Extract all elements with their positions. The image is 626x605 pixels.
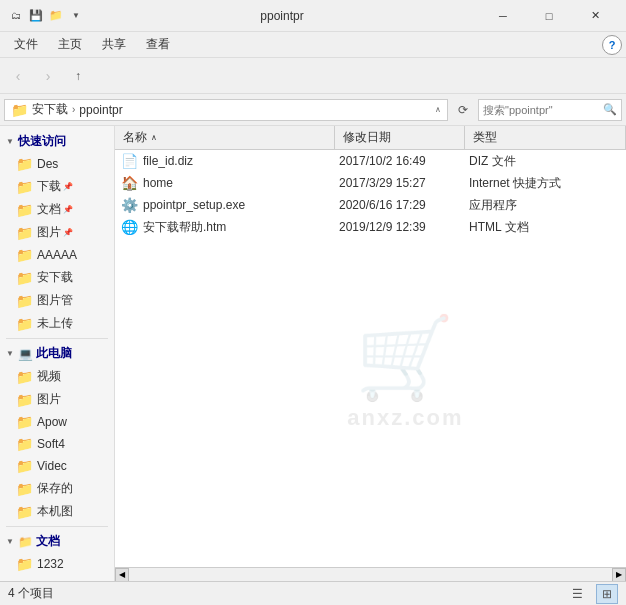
menu-home[interactable]: 主页 — [48, 34, 92, 55]
address-breadcrumb[interactable]: 📁 安下载 › ppointpr ∧ — [4, 99, 448, 121]
scroll-left-btn[interactable]: ◀ — [115, 568, 129, 582]
sidebar-item-anxz[interactable]: 📁 安下载 — [0, 266, 114, 289]
sidebar-item-videc[interactable]: 📁 Videc — [0, 455, 114, 477]
file-name-exe: ppointpr_setup.exe — [143, 198, 339, 212]
file-date-htm: 2019/12/9 12:39 — [339, 220, 469, 234]
folder-icon: 📁 — [16, 202, 33, 218]
sidebar-item-label: Apow — [37, 415, 67, 429]
forward-button[interactable]: › — [34, 62, 62, 90]
folder-icon: 📁 — [16, 293, 33, 309]
file-item-exe[interactable]: ⚙️ ppointpr_setup.exe 2020/6/16 17:29 应用… — [115, 194, 626, 216]
refresh-button[interactable]: ⟳ — [452, 99, 474, 121]
file-date-exe: 2020/6/16 17:29 — [339, 198, 469, 212]
sidebar-item-pictures[interactable]: 📁 图片 📌 — [0, 221, 114, 244]
sidebar-item-picture-mgr[interactable]: 📁 图片管 — [0, 289, 114, 312]
html-file-icon: 🌐 — [119, 217, 139, 237]
maximize-button[interactable]: □ — [526, 0, 572, 32]
docs-label: 文档 — [36, 533, 60, 550]
menu-file[interactable]: 文件 — [4, 34, 48, 55]
sidebar-item-label: 文档 — [37, 201, 61, 218]
close-button[interactable]: ✕ — [572, 0, 618, 32]
sidebar-item-label: 1232 — [37, 557, 64, 571]
sidebar-item-downloads[interactable]: 📁 下载 📌 — [0, 175, 114, 198]
watermark: 🛒 anxz.com — [347, 311, 463, 431]
title-bar-dropdown-icon[interactable]: ▼ — [68, 8, 84, 24]
menu-view[interactable]: 查看 — [136, 34, 180, 55]
this-pc-icon: 💻 — [18, 347, 33, 361]
this-pc-label: 此电脑 — [36, 345, 72, 362]
folder-icon: 📁 — [16, 458, 33, 474]
breadcrumb-item-ppointpr[interactable]: ppointpr — [79, 103, 122, 117]
breadcrumb-item-downloads[interactable]: 安下载 — [32, 101, 68, 118]
file-item-home[interactable]: 🏠 home 2017/3/29 15:27 Internet 快捷方式 — [115, 172, 626, 194]
sidebar-item-apow[interactable]: 📁 Apow — [0, 411, 114, 433]
minimize-button[interactable]: ─ — [480, 0, 526, 32]
breadcrumb-separator: › — [72, 104, 75, 115]
folder-icon: 📁 — [16, 481, 33, 497]
sidebar-item-pictures2[interactable]: 📁 图片 — [0, 388, 114, 411]
sidebar-item-label: 图片 — [37, 224, 61, 241]
sidebar-item-1232[interactable]: 📁 1232 — [0, 553, 114, 575]
status-bar: 4 个项目 ☰ ⊞ — [0, 581, 626, 605]
folder-icon: 📁 — [16, 247, 33, 263]
scroll-track[interactable] — [129, 568, 612, 582]
sidebar-item-des[interactable]: 📁 Des — [0, 153, 114, 175]
sidebar-item-soft4[interactable]: 📁 Soft4 — [0, 433, 114, 455]
sort-arrow-icon: ∧ — [151, 133, 157, 142]
sidebar-item-label: 保存的 — [37, 480, 73, 497]
file-date-diz: 2017/10/2 16:49 — [339, 154, 469, 168]
sidebar-item-label: 图片管 — [37, 292, 73, 309]
file-item-diz[interactable]: 📄 file_id.diz 2017/10/2 16:49 DIZ 文件 — [115, 150, 626, 172]
up-button[interactable]: ↑ — [64, 62, 92, 90]
sidebar-item-local-pics[interactable]: 📁 本机图 — [0, 500, 114, 523]
exe-file-icon: ⚙️ — [119, 195, 139, 215]
folder-icon: 📁 — [16, 392, 33, 408]
view-details-button[interactable]: ☰ — [566, 584, 588, 604]
sidebar-item-unuploaded[interactable]: 📁 未上传 — [0, 312, 114, 335]
pinned-icon: 📌 — [63, 228, 73, 237]
window-title: ppointpr — [84, 9, 480, 23]
scroll-right-btn[interactable]: ▶ — [612, 568, 626, 582]
search-input[interactable] — [479, 104, 599, 116]
sidebar-item-label: 下载 — [37, 178, 61, 195]
sidebar-item-label: AAAAA — [37, 248, 77, 262]
sidebar-section-docs[interactable]: ▼ 📁 文档 — [0, 530, 114, 553]
menu-share[interactable]: 共享 — [92, 34, 136, 55]
title-bar: 🗂 💾 📁 ▼ ppointpr ─ □ ✕ — [0, 0, 626, 32]
file-type-exe: 应用程序 — [469, 197, 622, 214]
sidebar-item-aaaaa[interactable]: 📁 AAAAA — [0, 244, 114, 266]
breadcrumb-expand-icon[interactable]: ∧ — [435, 105, 441, 114]
file-type-htm: HTML 文档 — [469, 219, 622, 236]
file-item-htm[interactable]: 🌐 安下载帮助.htm 2019/12/9 12:39 HTML 文档 — [115, 216, 626, 238]
sidebar-item-label: 安下载 — [37, 269, 73, 286]
col-name-label: 名称 — [123, 129, 147, 146]
title-bar-icons: 🗂 💾 📁 ▼ — [8, 8, 84, 24]
col-header-name[interactable]: 名称 ∧ — [115, 126, 335, 149]
horizontal-scrollbar[interactable]: ◀ ▶ — [115, 567, 626, 581]
back-button[interactable]: ‹ — [4, 62, 32, 90]
docs-icon: 📁 — [18, 535, 33, 549]
title-bar-folder-icon: 📁 — [48, 8, 64, 24]
folder-icon: 📁 — [16, 179, 33, 195]
col-header-date[interactable]: 修改日期 — [335, 126, 465, 149]
folder-icon: 📁 — [16, 270, 33, 286]
sidebar-item-saved[interactable]: 📁 保存的 — [0, 477, 114, 500]
file-list-header: 名称 ∧ 修改日期 类型 — [115, 126, 626, 150]
sidebar-section-this-pc[interactable]: ▼ 💻 此电脑 — [0, 342, 114, 365]
help-button[interactable]: ? — [602, 35, 622, 55]
title-bar-save-icon: 💾 — [28, 8, 44, 24]
sidebar-item-videos[interactable]: 📁 视频 — [0, 365, 114, 388]
docs-arrow: ▼ — [6, 537, 14, 546]
col-header-type[interactable]: 类型 — [465, 126, 626, 149]
sidebar-item-documents[interactable]: 📁 文档 📌 — [0, 198, 114, 221]
window-icon: 🗂 — [8, 8, 24, 24]
breadcrumb-folder-icon: 📁 — [11, 102, 28, 118]
file-name-htm: 安下载帮助.htm — [143, 219, 339, 236]
file-name-home: home — [143, 176, 339, 190]
sidebar-item-label: 未上传 — [37, 315, 73, 332]
sidebar-section-quick-access[interactable]: ▼ 快速访问 — [0, 130, 114, 153]
search-button[interactable]: 🔍 — [599, 100, 621, 120]
search-box: 🔍 — [478, 99, 622, 121]
diz-file-icon: 📄 — [119, 151, 139, 171]
view-large-icons-button[interactable]: ⊞ — [596, 584, 618, 604]
